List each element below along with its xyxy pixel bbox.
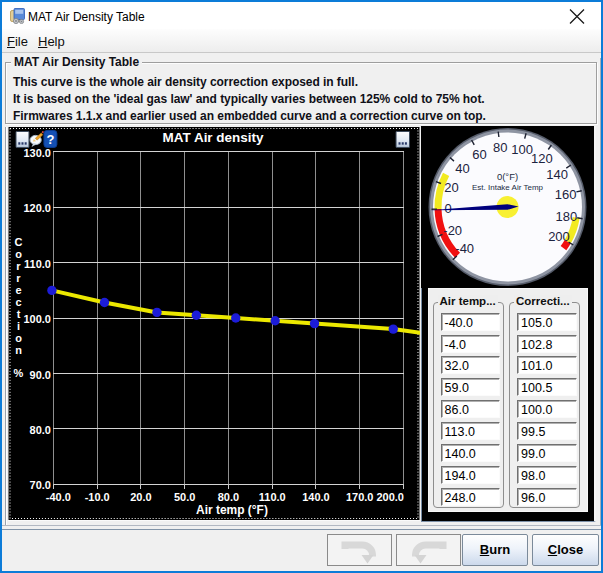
svg-text:i: i bbox=[17, 320, 20, 332]
svg-text:MAT Air density: MAT Air density bbox=[163, 130, 264, 145]
svg-text:40: 40 bbox=[455, 161, 469, 176]
svg-text:130.0: 130.0 bbox=[23, 147, 50, 159]
svg-text:0: 0 bbox=[444, 201, 451, 216]
svg-text:80.0: 80.0 bbox=[30, 424, 51, 436]
svg-text:C: C bbox=[15, 236, 23, 248]
svg-text:100.0: 100.0 bbox=[23, 313, 50, 325]
svg-text:110.0: 110.0 bbox=[24, 258, 51, 270]
svg-text:50.0: 50.0 bbox=[174, 491, 195, 503]
svg-text:160: 160 bbox=[555, 187, 577, 202]
svg-text:200.0: 200.0 bbox=[377, 491, 404, 503]
svg-text:110.0: 110.0 bbox=[259, 491, 286, 503]
svg-text:-10.0: -10.0 bbox=[85, 491, 110, 503]
svg-text:o: o bbox=[15, 248, 22, 260]
svg-text:100: 100 bbox=[511, 142, 533, 157]
svg-text:0(°F): 0(°F) bbox=[497, 171, 518, 182]
svg-text:90.0: 90.0 bbox=[30, 369, 51, 381]
svg-text:120.0: 120.0 bbox=[23, 202, 50, 214]
svg-text:170.0: 170.0 bbox=[346, 491, 373, 503]
svg-text:140.0: 140.0 bbox=[302, 491, 329, 503]
svg-text:140: 140 bbox=[546, 167, 568, 182]
svg-text:20.0: 20.0 bbox=[130, 491, 151, 503]
svg-text:Air temp (°F): Air temp (°F) bbox=[196, 503, 268, 517]
svg-text:-40: -40 bbox=[455, 241, 474, 256]
svg-text:e: e bbox=[15, 284, 21, 296]
svg-text:?: ? bbox=[46, 132, 54, 147]
svg-text:80: 80 bbox=[493, 140, 507, 155]
svg-text:180: 180 bbox=[555, 209, 577, 224]
svg-text:200: 200 bbox=[548, 229, 570, 244]
svg-text:80.0: 80.0 bbox=[218, 491, 239, 503]
svg-text:r: r bbox=[16, 260, 21, 272]
svg-text:-40.0: -40.0 bbox=[46, 491, 71, 503]
svg-text:o: o bbox=[15, 332, 22, 344]
svg-text:%: % bbox=[14, 367, 24, 379]
svg-text:120: 120 bbox=[531, 151, 553, 166]
svg-text:c: c bbox=[15, 296, 21, 308]
svg-text:-20: -20 bbox=[443, 223, 462, 238]
svg-text:60: 60 bbox=[472, 147, 486, 162]
svg-text:Est. Intake Air Temp: Est. Intake Air Temp bbox=[472, 183, 544, 192]
svg-text:70.0: 70.0 bbox=[30, 479, 51, 491]
svg-text:t: t bbox=[17, 308, 21, 320]
svg-text:n: n bbox=[15, 344, 22, 356]
svg-text:20: 20 bbox=[444, 180, 458, 195]
svg-text:r: r bbox=[16, 272, 21, 284]
